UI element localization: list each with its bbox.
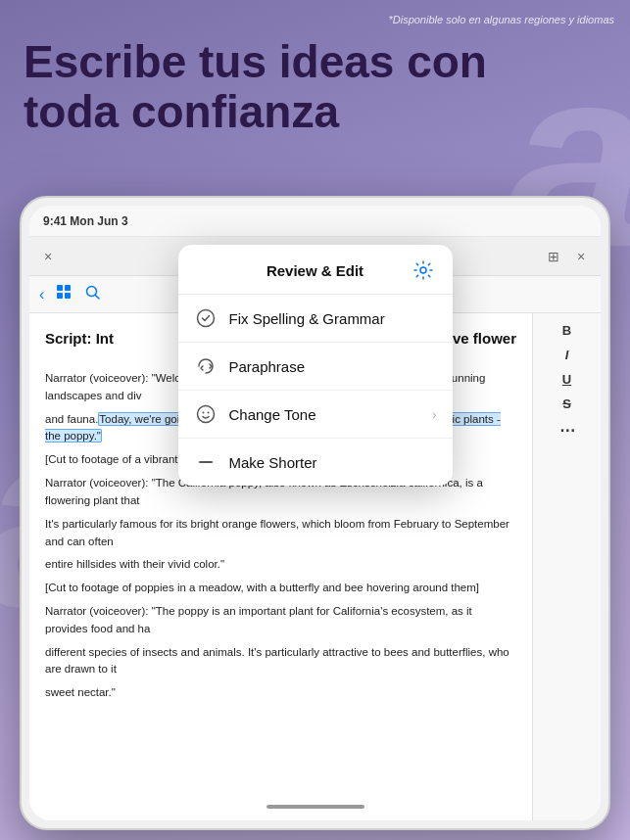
bold-button[interactable]: B <box>558 321 575 340</box>
paraphrase-item[interactable]: Paraphrase <box>178 343 453 391</box>
popup-title: Review & Edit <box>221 262 410 279</box>
svg-rect-3 <box>65 293 71 299</box>
headline-line2: toda confianza <box>24 87 606 137</box>
svg-rect-2 <box>57 293 63 299</box>
svg-point-7 <box>197 310 214 327</box>
home-indicator <box>267 805 364 809</box>
close-button[interactable]: × <box>39 248 57 265</box>
change-tone-label: Change Tone <box>229 406 421 423</box>
svg-point-10 <box>207 412 209 414</box>
ipad-mockup: 9:41 Mon Jun 3 × Biology 1.1 ⊞ × ‹ <box>20 196 610 830</box>
paraphrase-icon <box>194 354 218 378</box>
doc-title-left: Script: Int <box>45 327 114 350</box>
doc-para-10: sweet nectar." <box>45 684 516 702</box>
strikethrough-button[interactable]: S <box>558 395 575 413</box>
disclaimer-text: *Disponible solo en algunas regiones y i… <box>388 14 614 25</box>
fix-spelling-label: Fix Spelling & Grammar <box>229 310 437 327</box>
doc-para-7: [Cut to footage of poppies in a meadow, … <box>45 580 516 597</box>
format-panel: B I U S ⋯ <box>532 313 601 820</box>
svg-point-9 <box>202 412 204 414</box>
fix-spelling-item[interactable]: Fix Spelling & Grammar <box>178 295 453 343</box>
popup-header: Review & Edit <box>178 245 453 295</box>
fix-spelling-icon <box>194 306 218 330</box>
svg-rect-0 <box>57 285 63 291</box>
popup-settings-button[interactable] <box>410 257 437 284</box>
toolbar-grid-icon[interactable]: ⊞ <box>544 247 563 266</box>
change-tone-chevron: › <box>432 407 436 422</box>
paraphrase-label: Paraphrase <box>229 358 437 375</box>
change-tone-item[interactable]: Change Tone › <box>178 391 453 439</box>
doc-para-6: entire hillsides with their vivid color.… <box>45 556 516 574</box>
make-shorter-item[interactable]: Make Shorter <box>178 439 453 486</box>
search-button[interactable] <box>85 285 101 304</box>
headline-line1: Escribe tus ideas con <box>24 37 606 87</box>
doc-para-9: different species of insects and animals… <box>45 644 516 679</box>
italic-button[interactable]: I <box>561 346 573 364</box>
back-button[interactable]: ‹ <box>39 286 44 303</box>
svg-point-6 <box>420 267 426 273</box>
toolbar-close-icon[interactable]: × <box>571 247 591 266</box>
para2-pre: and fauna. <box>45 413 98 425</box>
underline-button[interactable]: U <box>558 370 575 389</box>
svg-rect-1 <box>65 285 71 291</box>
status-bar: 9:41 Mon Jun 3 <box>29 206 601 237</box>
status-time: 9:41 Mon Jun 3 <box>43 214 128 228</box>
grid-view-button[interactable] <box>56 284 73 305</box>
ipad-screen: 9:41 Mon Jun 3 × Biology 1.1 ⊞ × ‹ <box>29 206 601 820</box>
review-edit-popup: Review & Edit Fix Spelling <box>178 245 453 486</box>
make-shorter-icon <box>194 450 218 474</box>
make-shorter-label: Make Shorter <box>229 454 437 471</box>
doc-para-8: Narrator (voiceover): "The poppy is an i… <box>45 603 516 638</box>
svg-line-5 <box>96 295 100 299</box>
svg-point-8 <box>197 406 214 423</box>
more-format-button[interactable]: ⋯ <box>556 419 579 442</box>
change-tone-icon <box>194 402 218 426</box>
doc-para-5: It's particularly famous for its bright … <box>45 516 516 551</box>
headline: Escribe tus ideas con toda confianza <box>24 37 606 136</box>
